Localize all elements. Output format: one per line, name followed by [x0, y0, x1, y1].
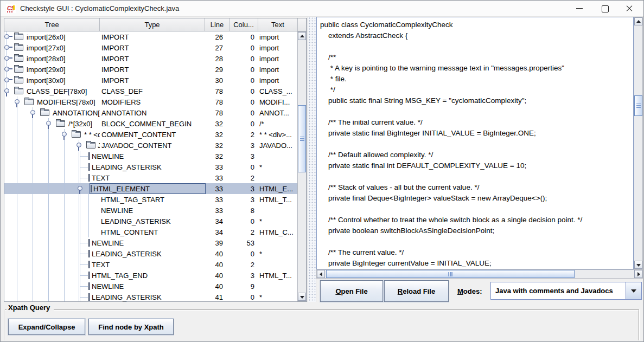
tree-guide-line: [64, 292, 65, 301]
tree-node-label: NEWLINE: [92, 152, 124, 160]
tree-node-label: JAVADOC_CONTENT: [98, 141, 100, 150]
maximize-button[interactable]: [592, 0, 617, 17]
tree-table-row[interactable]: NEWLINE409: [4, 281, 297, 292]
tree-vertical-scrollbar[interactable]: [297, 31, 307, 301]
scroll-down-button[interactable]: [298, 293, 306, 301]
tree-connector-line: [80, 243, 88, 243]
title-bar: CS Checkstyle GUI : CyclomaticComplexity…: [0, 0, 644, 17]
tree-table-row[interactable]: TEXT402: [4, 259, 297, 270]
line-cell: 27: [205, 44, 223, 52]
tree-table-row[interactable]: NEWLINE3953: [4, 237, 297, 248]
tree-table-row[interactable]: NEWLINE323: [4, 151, 297, 162]
column-header-colu[interactable]: Colu...: [229, 18, 258, 31]
column-cell: 2: [229, 174, 254, 182]
tree-table-row[interactable]: LEADING_ASTERISK340*: [4, 216, 297, 227]
scroll-up-button[interactable]: [298, 32, 306, 40]
tree-table-row[interactable]: LEADING_ASTERISK410*: [4, 292, 297, 301]
close-button[interactable]: [617, 0, 642, 17]
tree-guide-line: [17, 292, 17, 301]
folder-icon: [14, 44, 23, 51]
tree-guide-line: [79, 162, 79, 172]
tree-table-row[interactable]: HTML_ELEMENT333HTML_E...: [4, 183, 297, 194]
tree-guide-line: [48, 292, 49, 301]
find-node-by-xpath-button[interactable]: Find node by Xpath: [88, 319, 174, 335]
column-header-text[interactable]: Text: [258, 18, 298, 31]
tree-table-row[interactable]: /*[32x0]BLOCK_COMMENT_BEGIN320/*: [4, 118, 297, 129]
leaf-node-icon: [88, 239, 90, 247]
column-header-line[interactable]: Line: [205, 18, 229, 31]
combobox-dropdown-button[interactable]: [626, 282, 641, 299]
parse-mode-value: Java with comments and Javadocs: [491, 282, 626, 299]
tree-guide-line: [17, 205, 17, 216]
split-pane-divider[interactable]: [308, 17, 316, 302]
open-file-button[interactable]: Open File: [320, 280, 383, 302]
scroll-right-button[interactable]: [634, 270, 642, 278]
tree-table-row[interactable]: import[30x0]IMPORT300import: [4, 75, 297, 86]
reload-file-button[interactable]: Reload File: [384, 280, 449, 302]
column-cell: 0: [229, 293, 254, 301]
tree-guide-line: [17, 216, 17, 227]
code-line: [320, 139, 633, 150]
tree-table-row[interactable]: HTML_TAG_END403HTML_T...: [4, 270, 297, 281]
tree-node-label: HTML_TAG_END: [92, 272, 148, 280]
text-cell: MODIFI...: [259, 98, 297, 106]
code-scrollbar-thumb[interactable]: [634, 95, 642, 116]
code-line: private BigInteger currentValue = INITIA…: [320, 258, 633, 269]
line-cell: 32: [205, 152, 223, 160]
tree-table-row[interactable]: TEXT332: [4, 172, 297, 183]
tree-table-row[interactable]: import[26x0]IMPORT260import: [4, 31, 297, 42]
tree-table-row[interactable]: JAVADOC_CONTENTJAVADOC_CONTENT323JAVADO.…: [4, 140, 297, 151]
column-header-type[interactable]: Type: [100, 18, 205, 31]
scroll-up-button[interactable]: [634, 17, 642, 25]
code-scrollbar-thumb[interactable]: [326, 270, 575, 278]
checkstyle-logo-icon: CS: [6, 4, 16, 13]
column-cell: 3: [229, 272, 254, 280]
tree-table-row[interactable]: import[27x0]IMPORT270import: [4, 42, 297, 53]
line-cell: 40: [205, 250, 223, 258]
text-cell: JAVADO...: [259, 141, 297, 150]
leaf-node-icon: [88, 272, 90, 279]
titled-border-line: [54, 309, 639, 310]
collapse-handle-icon[interactable]: [78, 186, 82, 191]
minimize-button[interactable]: [567, 0, 592, 17]
parse-mode-combobox[interactable]: Java with comments and Javadocs: [490, 282, 642, 300]
tree-node-label: TEXT: [92, 174, 110, 182]
column-cell: 3: [229, 185, 254, 193]
expand-collapse-button[interactable]: Expand/Collapse: [8, 319, 85, 335]
folder-icon: [56, 120, 65, 127]
tree-guide-line: [64, 237, 65, 248]
column-header-tree[interactable]: Tree: [4, 18, 100, 31]
arrow-down-icon: [636, 264, 641, 267]
scroll-down-button[interactable]: [634, 261, 642, 269]
tree-guide-line: [33, 183, 33, 194]
folder-icon: [14, 66, 23, 73]
code-horizontal-scrollbar[interactable]: [316, 269, 643, 279]
source-code-textarea[interactable]: public class CyclomaticComplexityCheck e…: [316, 17, 634, 269]
tree-connector-line: [80, 264, 88, 265]
leaf-node-icon: [91, 185, 92, 192]
tree-table-row[interactable]: LEADING_ASTERISK330*: [4, 162, 297, 172]
scroll-left-button[interactable]: [317, 270, 325, 278]
tree-table-row[interactable]: HTML_CONTENT342HTML_C...: [4, 227, 297, 237]
tree-scrollbar-thumb[interactable]: [298, 105, 306, 172]
tree-table-row[interactable]: MODIFIERS[78x0]MODIFIERS780MODIFI...: [4, 96, 297, 107]
tree-table-row[interactable]: * * <div>COMMENT_CONTENT322* * <div>...: [4, 129, 297, 140]
tree-table-row[interactable]: import[29x0]IMPORT290import: [4, 64, 297, 75]
tree-guide-line: [33, 216, 33, 227]
tree-table-row[interactable]: HTML_TAG_START333HTML_T...: [4, 194, 297, 205]
text-cell: *: [259, 163, 297, 171]
tree-guide-line: [79, 281, 79, 292]
tree-table-row[interactable]: NEWLINE338: [4, 205, 297, 216]
code-line: private boolean switchBlockAsSingleDecis…: [320, 225, 633, 236]
tree-table-row[interactable]: ANNOTATION[78x0]ANNOTATION780ANNOT...: [4, 107, 297, 118]
header-corner: [298, 18, 307, 31]
code-vertical-scrollbar[interactable]: [634, 17, 643, 269]
tree-table-row[interactable]: LEADING_ASTERISK400*: [4, 248, 297, 259]
tree-cell: import[30x0]: [4, 75, 100, 86]
tree-guide-line: [64, 270, 65, 281]
tree-table-row[interactable]: CLASS_DEF[78x0]CLASS_DEF780CLASS_...: [4, 86, 297, 96]
tree-table-row[interactable]: import[28x0]IMPORT280import: [4, 53, 297, 64]
tree-guide-line: [48, 162, 49, 172]
tree-cell: CLASS_DEF[78x0]: [4, 86, 100, 96]
tree-guide-line: [33, 281, 33, 292]
